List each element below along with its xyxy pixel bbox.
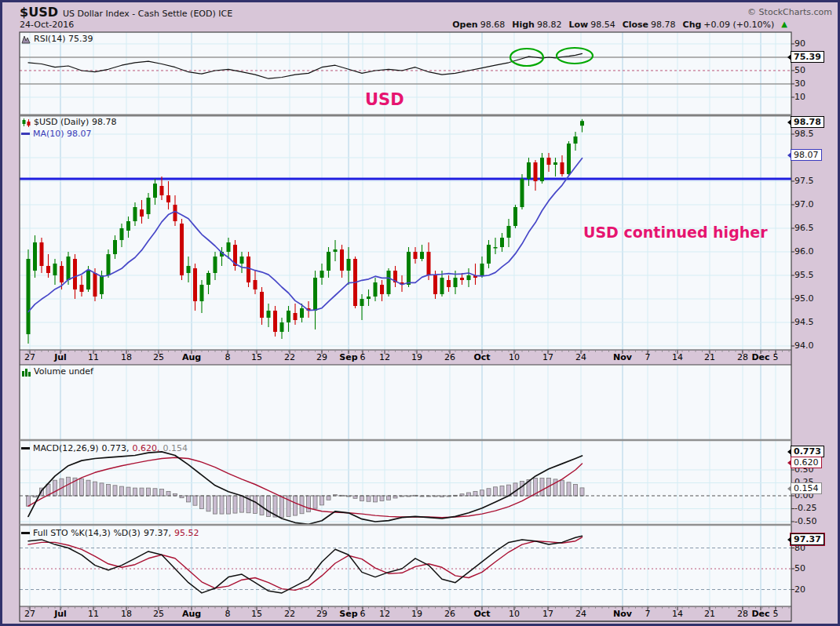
x-axis-label: 8 [225, 352, 231, 362]
x-axis-label-bottom: 18 [121, 609, 132, 619]
close-value: Close98.78 [623, 20, 676, 30]
x-axis-label: 17 [542, 352, 553, 362]
x-axis-label: 28 [737, 352, 748, 362]
x-axis-label-bottom: Nov [613, 609, 632, 619]
sto-legend: Full STO %K(14,3) %D(3) 97.37, 95.52 [21, 528, 199, 538]
price-legend-label: $USD (Daily) 98.78 [34, 117, 116, 127]
y-axis-tick-macd: -0.50 [794, 516, 816, 526]
annotation-usd: USD [365, 90, 404, 109]
y-axis-tick-price: 94.0 [794, 340, 814, 351]
y-axis-tick-sto: 50 [794, 563, 805, 573]
x-axis-label-bottom: 14 [672, 609, 683, 619]
macd-legend-label: MACD(12,26,9) [33, 443, 99, 453]
signal-last-value-box: 0.620 [791, 457, 822, 468]
x-axis-label: Oct [473, 352, 490, 362]
y-axis-tick-sto: 20 [794, 584, 805, 595]
x-axis-label-bottom: 19 [411, 609, 422, 619]
open-number: 98.68 [480, 20, 506, 30]
macd-last-value-box: 0.773 [791, 446, 824, 457]
high-value: High98.82 [512, 20, 561, 30]
change-up-arrow-icon: ▲ [781, 20, 787, 30]
x-axis-label: 11 [88, 352, 99, 362]
y-axis-tick-rsi: 90 [794, 38, 805, 49]
x-axis-label-bottom: 8 [225, 609, 231, 619]
x-axis-label: Sep [339, 352, 357, 362]
price-last-value-box: 98.78 [791, 116, 824, 128]
x-axis-label-bottom: 11 [88, 609, 99, 619]
x-axis-label-bottom: 24 [575, 609, 586, 619]
x-axis-label-bottom: 27 [24, 609, 35, 619]
x-axis-label: 10 [509, 352, 520, 362]
x-axis-label-bottom: 29 [316, 609, 327, 619]
y-axis-tick-price: 97.5 [794, 176, 814, 186]
stockcharts-credit: © StockCharts.com [747, 7, 832, 17]
y-axis-tick-rsi: 50 [794, 65, 805, 75]
x-axis-label: 18 [121, 352, 132, 362]
open-label: Open [452, 20, 478, 30]
sto-line-swatch [21, 532, 30, 534]
y-axis-tick-price: 97.0 [794, 199, 814, 209]
y-axis-tick-price: 94.5 [794, 317, 814, 327]
y-axis-tick-macd: -0.25 [794, 503, 816, 513]
x-axis-label: 14 [672, 352, 683, 362]
y-axis-tick-rsi: 30 [794, 78, 805, 89]
x-axis-label: 25 [153, 352, 164, 362]
macd-hist-value: 0.154 [163, 443, 188, 453]
x-axis-label: 12 [379, 352, 390, 362]
ma-legend: MA(10) 98.07 [21, 129, 92, 139]
x-axis-label: Jul [54, 352, 67, 362]
x-axis-label-bottom: 21 [704, 609, 715, 619]
y-axis-tick-rsi: 10 [794, 92, 805, 102]
x-axis-label: 21 [704, 352, 715, 362]
macd-value: 0.773, [102, 443, 130, 453]
symbol-description: US Dollar Index - Cash Settle (EOD) ICE [63, 9, 232, 19]
x-axis-label: 27 [24, 352, 35, 362]
x-axis-label: Dec [751, 352, 769, 362]
volume-bars-icon [21, 367, 31, 377]
x-axis-label: 6 [360, 352, 366, 362]
x-axis-label: 5 [773, 352, 779, 362]
x-axis-label-bottom: 28 [737, 609, 748, 619]
ohlc-readout: Open98.68 High98.82 Low98.54 Close98.78 … [452, 20, 787, 30]
ma-legend-label: MA(10) 98.07 [33, 129, 92, 139]
x-axis-label: 15 [251, 352, 262, 362]
x-axis-label-bottom: 12 [379, 609, 390, 619]
y-axis-tick-price: 96.5 [794, 223, 814, 233]
macd-line-swatch [21, 447, 30, 449]
close-label: Close [623, 20, 648, 30]
x-axis-label-bottom: 15 [251, 609, 262, 619]
rsi-legend-label: RSI(14) 75.39 [34, 34, 93, 44]
change-value: Chg+0.09 (+0.10%) [683, 20, 775, 30]
price-legend: $USD (Daily) 98.78 [21, 117, 116, 127]
x-axis-label: 24 [575, 352, 586, 362]
macd-legend: MACD(12,26,9) 0.773, 0.620, 0.154 [21, 443, 188, 453]
x-axis-label-bottom: Dec [751, 609, 769, 619]
macd-signal-value: 0.620, [133, 443, 160, 453]
symbol-ticker: $USD [20, 5, 58, 20]
low-value: Low98.54 [568, 20, 615, 30]
x-axis-label-bottom: 10 [509, 609, 520, 619]
x-axis-label: 19 [411, 352, 422, 362]
x-axis-label: Aug [182, 352, 201, 362]
x-axis-label-bottom: 5 [773, 609, 779, 619]
x-axis-label: 22 [284, 352, 295, 362]
y-axis-tick-price: 98.5 [794, 129, 814, 139]
ma-last-value-box: 98.07 [791, 149, 822, 161]
rsi-legend: RSI(14) 75.39 [21, 34, 93, 44]
x-axis-label: 26 [444, 352, 455, 362]
candlestick-icon [21, 118, 31, 127]
close-number: 98.78 [651, 20, 676, 30]
x-axis-label: Nov [613, 352, 632, 362]
x-axis-label-bottom: Jul [54, 609, 67, 619]
x-axis-label-bottom: Sep [339, 609, 357, 619]
open-value: Open98.68 [452, 20, 505, 30]
x-axis-label-bottom: Oct [473, 609, 490, 619]
volume-legend-label: Volume undef [34, 366, 93, 377]
y-axis-tick-price: 95.5 [794, 270, 814, 280]
x-axis-label-bottom: 26 [444, 609, 455, 619]
sto-d-value: 95.52 [174, 528, 199, 538]
x-axis-label-bottom: 17 [542, 609, 553, 619]
low-label: Low [568, 20, 588, 30]
high-number: 98.82 [537, 20, 562, 30]
sto-legend-label: Full STO %K(14,3) %D(3) [33, 528, 141, 538]
